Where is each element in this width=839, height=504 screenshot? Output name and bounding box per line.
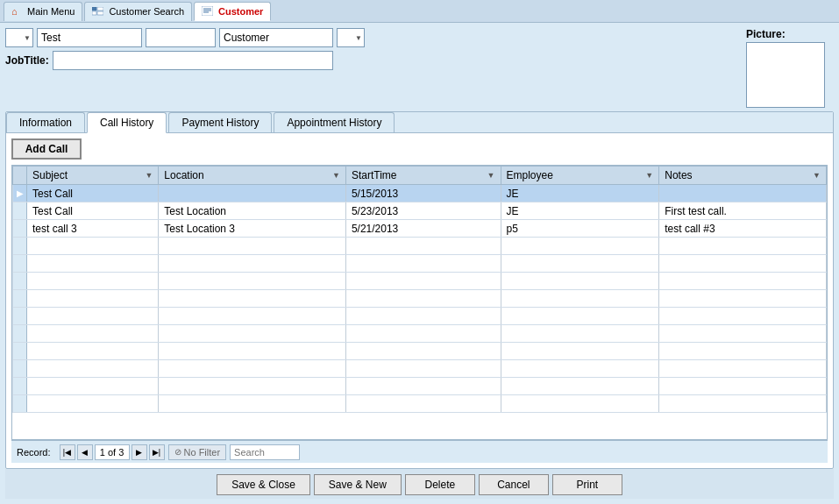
cell-starttime-1: 5/15/2013 — [345, 185, 501, 202]
no-filter-button[interactable]: ⊘ No Filter — [168, 444, 227, 460]
sort-employee-icon: ▼ — [645, 171, 653, 180]
row-indicator-3 — [13, 220, 27, 238]
prefix-select[interactable]: ▼ — [5, 28, 33, 47]
tab-appointment-history[interactable]: Appointment History — [274, 112, 395, 132]
svg-rect-3 — [97, 11, 103, 15]
cell-starttime-2: 5/23/2013 — [345, 202, 501, 220]
table-row-empty — [13, 290, 827, 308]
tab-main-menu[interactable]: ⌂ Main Menu — [4, 2, 82, 21]
first-name-input[interactable] — [37, 28, 142, 47]
cell-location-2: Test Location — [159, 202, 346, 220]
cancel-button[interactable]: Cancel — [479, 474, 549, 495]
row-indicator-2 — [13, 202, 27, 220]
col-starttime[interactable]: StartTime ▼ — [345, 167, 501, 185]
table-row-empty — [13, 273, 827, 290]
cell-subject-1: Test Call — [27, 185, 159, 202]
table-row[interactable]: ▶ Test Call 5/15/2013 JE — [13, 185, 827, 202]
suffix-arrow-icon: ▼ — [355, 34, 362, 42]
save-close-button[interactable]: Save & Close — [217, 474, 310, 495]
header-fields: ▼ ▼ JobTitle: Picture: — [5, 28, 834, 108]
jobtitle-label: JobTitle: — [5, 54, 49, 67]
col-employee[interactable]: Employee ▼ — [501, 167, 659, 185]
filter-icon: ⊘ — [174, 447, 181, 457]
col-notes[interactable]: Notes ▼ — [659, 167, 827, 185]
cell-subject-3: test call 3 — [27, 220, 159, 238]
tab-payment-history[interactable]: Payment History — [168, 112, 272, 132]
table-row-empty — [13, 378, 827, 395]
header-row2: JobTitle: — [5, 51, 741, 70]
home-icon: ⌂ — [11, 6, 24, 17]
call-history-table: Subject ▼ Location ▼ — [12, 166, 827, 413]
cell-subject-2: Test Call — [27, 202, 159, 220]
tab-customer[interactable]: Customer — [194, 2, 271, 21]
cell-location-1 — [159, 185, 346, 202]
cell-employee-3: p5 — [501, 220, 659, 238]
header-row1: ▼ ▼ — [5, 28, 741, 47]
table-row-empty — [13, 325, 827, 343]
tab-customer-search[interactable]: Customer Search — [84, 2, 192, 21]
suffix-select[interactable]: ▼ — [337, 28, 365, 47]
table-row-empty — [13, 255, 827, 273]
first-record-button[interactable]: |◀ — [60, 444, 75, 460]
status-bar: Record: |◀ ◀ ▶ ▶| ⊘ No Filter — [11, 440, 828, 463]
table-row-empty — [13, 360, 827, 378]
cell-notes-3: test call #3 — [659, 220, 827, 238]
sort-location-icon: ▼ — [332, 171, 340, 180]
cell-notes-2: First test call. — [659, 202, 827, 220]
next-record-button[interactable]: ▶ — [132, 444, 147, 460]
svg-rect-2 — [92, 11, 96, 15]
cell-employee-1: JE — [501, 185, 659, 202]
table-row-empty — [13, 395, 827, 413]
last-record-button[interactable]: ▶| — [149, 444, 165, 460]
row-indicator-header — [13, 167, 27, 185]
data-table: Subject ▼ Location ▼ — [11, 165, 828, 440]
record-nav: |◀ ◀ ▶ ▶| — [60, 444, 165, 460]
col-subject[interactable]: Subject ▼ — [27, 167, 159, 185]
jobtitle-input[interactable] — [53, 51, 333, 70]
form-icon — [202, 6, 213, 16]
bottom-buttons: Save & Close Save & New Delete Cancel Pr… — [5, 469, 834, 499]
record-number-input[interactable] — [95, 444, 130, 460]
save-new-button[interactable]: Save & New — [314, 474, 402, 495]
picture-label: Picture: — [746, 28, 786, 40]
tab-information[interactable]: Information — [6, 112, 85, 132]
inner-tabs-container: Information Call History Payment History… — [5, 111, 834, 469]
middle-name-input[interactable] — [146, 28, 216, 47]
add-call-button[interactable]: Add Call — [11, 138, 82, 160]
last-name-input[interactable] — [219, 28, 333, 47]
delete-button[interactable]: Delete — [405, 474, 475, 495]
print-button[interactable]: Print — [552, 474, 622, 495]
cell-starttime-3: 5/21/2013 — [345, 220, 501, 238]
table-header: Subject ▼ Location ▼ — [13, 167, 827, 185]
table-row-empty — [13, 343, 827, 360]
col-location[interactable]: Location ▼ — [159, 167, 346, 185]
title-bar: ⌂ Main Menu Customer Search Customer — [0, 0, 839, 23]
sort-subject-icon: ▼ — [145, 171, 153, 180]
table-row-empty — [13, 308, 827, 325]
sort-notes-icon: ▼ — [813, 171, 821, 180]
table-body: ▶ Test Call 5/15/2013 JE Test Call Test … — [13, 185, 827, 413]
main-area: ▼ ▼ JobTitle: Picture: Inform — [0, 23, 839, 504]
svg-rect-0 — [92, 7, 96, 11]
inner-tabs-row: Information Call History Payment History… — [6, 112, 833, 133]
tab-call-history[interactable]: Call History — [87, 112, 167, 133]
sort-starttime-icon: ▼ — [487, 171, 495, 180]
table-row[interactable]: Test Call Test Location 5/23/2013 JE Fir… — [13, 202, 827, 220]
grid-icon — [92, 7, 103, 17]
header-left: ▼ ▼ JobTitle: — [5, 28, 741, 70]
cell-location-3: Test Location 3 — [159, 220, 346, 238]
prefix-arrow-icon: ▼ — [24, 34, 31, 42]
table-row[interactable]: test call 3 Test Location 3 5/21/2013 p5… — [13, 220, 827, 238]
svg-rect-1 — [97, 7, 103, 11]
table-row-empty — [13, 238, 827, 255]
search-input[interactable] — [230, 444, 300, 460]
prev-record-button[interactable]: ◀ — [77, 444, 93, 460]
record-label: Record: — [17, 447, 51, 458]
picture-frame — [746, 42, 825, 108]
cell-employee-2: JE — [501, 202, 659, 220]
picture-box: Picture: — [746, 28, 834, 108]
row-indicator-1: ▶ — [13, 185, 27, 202]
call-history-content: Add Call Subject ▼ — [6, 133, 833, 468]
cell-notes-1 — [659, 185, 827, 202]
